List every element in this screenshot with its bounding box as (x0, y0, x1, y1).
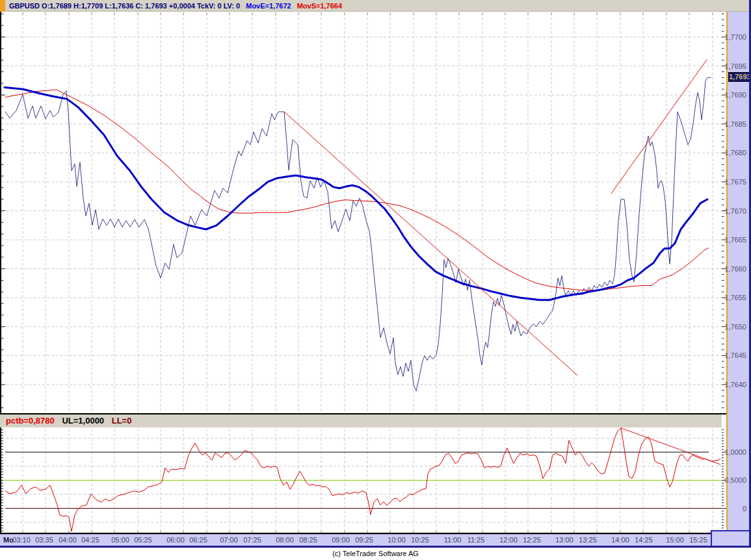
price-axis-label: 1,7700 (724, 33, 746, 41)
price-axis-label: 1,7695 (724, 62, 746, 70)
price-chart-svg (0, 12, 726, 413)
pctb-value: pctb=0,8780 (6, 416, 55, 426)
time-axis-label: 11:25 (468, 536, 485, 544)
price-line (5, 77, 711, 390)
time-axis-label: 03:35 (35, 536, 53, 544)
pctb-axis-label: 1,0000 (724, 448, 746, 456)
time-axis-label: 15:00 (666, 536, 684, 544)
time-axis-label: 10:00 (388, 536, 406, 544)
time-axis-label: 14:25 (635, 536, 653, 544)
time-axis-label: 09:25 (355, 536, 373, 544)
axis-corner-resize-box[interactable] (711, 530, 749, 546)
price-axis-label: 1,7685 (724, 120, 746, 128)
price-axis-label: 1,7670 (724, 207, 746, 215)
time-axis-label: 10:25 (411, 536, 429, 544)
time-axis-label: 13:25 (579, 536, 597, 544)
mov-s-value: MovS=1,7664 (297, 2, 342, 10)
quote-header-bar: GBPUSD O:1,7689 H:1,7709 L:1,7636 C: 1,7… (0, 0, 749, 12)
time-axis-label: 11:00 (444, 536, 462, 544)
mov_s_sma-line (5, 90, 709, 290)
time-axis-label: 07:00 (220, 536, 238, 544)
lower-limit-value: LL=0 (112, 416, 132, 426)
pctb-axis-label: 0 (743, 505, 746, 513)
price-axis-label: 1,7640 (724, 381, 746, 388)
last-price-badge: 1,7693 (728, 72, 749, 82)
time-axis-label: 05:25 (134, 536, 152, 544)
pctb-trendline_down-line (621, 428, 720, 465)
quote-ohlc-text: GBPUSD O:1,7689 H:1,7709 L:1,7636 C: 1,7… (9, 2, 240, 10)
time-axis-label: 13:00 (555, 536, 573, 544)
price-axis-label: 1,7660 (724, 265, 746, 273)
time-axis-label: 06:00 (166, 536, 185, 544)
price-axis-label: 1,7690 (724, 91, 746, 99)
price-chart-area[interactable] (0, 12, 726, 413)
price-axis-label: 1,7655 (724, 294, 746, 301)
copyright-footer: (c) TeleTrader Software AG (0, 548, 751, 560)
copyright-text: (c) TeleTrader Software AG (332, 550, 419, 557)
time-axis-label: 12:00 (499, 536, 518, 544)
pctb-pctb-line (5, 428, 720, 531)
time-axis-label: 06:25 (189, 536, 207, 544)
time-axis-label: 08:00 (276, 536, 294, 544)
time-axis-label: 08:25 (299, 536, 317, 544)
chart-window: GBPUSD O:1,7689 H:1,7709 L:1,7636 C: 1,7… (0, 0, 751, 560)
quote-header-text: GBPUSD O:1,7689 H:1,7709 L:1,7636 C: 1,7… (9, 0, 346, 12)
indicator-left-border (0, 427, 1, 534)
time-axis-label: 14:00 (611, 536, 629, 544)
indicator-header-bar: pctb=0,8780 UL=1,0000 LL=0 (0, 414, 722, 427)
value-axis-panel[interactable]: 1,7693 1,77001,76951,76901,76851,76801,7… (726, 12, 749, 546)
time-axis-band[interactable]: Mo 03:1003:3504:0004:2505:0005:2506:0006… (0, 534, 722, 546)
chart-left-border (0, 12, 1, 413)
time-axis-label: 15:25 (689, 536, 707, 544)
time-axis-label: 09:00 (332, 536, 350, 544)
price-axis-label: 1,7675 (724, 178, 746, 186)
time-axis-label: 05:00 (111, 536, 129, 544)
price-axis-label: 1,7680 (724, 149, 746, 157)
time-axis-label: 04:25 (81, 536, 99, 544)
upper-limit-value: UL=1,0000 (62, 416, 104, 426)
trendline_down-line (284, 112, 577, 375)
price-axis-label: 1,7665 (724, 236, 746, 244)
pctb-chart-svg (0, 427, 726, 534)
time-axis-label: 12:25 (523, 536, 541, 544)
time-axis-label: 07:25 (243, 536, 261, 544)
pctb-axis-label: 0,5000 (724, 476, 746, 484)
mov-e-value: MovE=1,7672 (246, 2, 291, 10)
symbol-marker-icon (0, 0, 5, 12)
price-axis-label: 1,7645 (724, 351, 746, 359)
price-axis-label: 1,7650 (724, 323, 746, 331)
time-axis-label: 03:10 (12, 536, 31, 544)
time-axis-label: 04:00 (59, 536, 77, 544)
pctb-chart-area[interactable] (0, 427, 726, 534)
